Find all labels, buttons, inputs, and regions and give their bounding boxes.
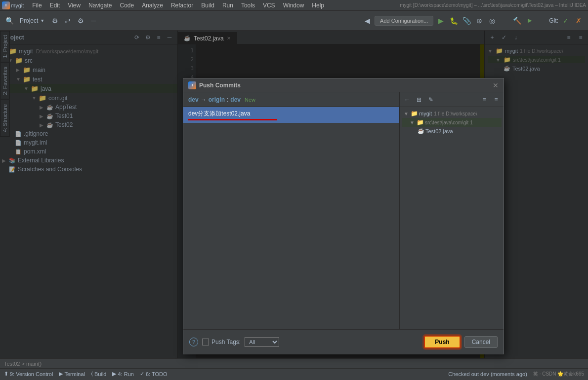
- project-label-text: Project: [20, 17, 38, 24]
- add-config-button[interactable]: Add Configuration...: [375, 16, 433, 26]
- right-toolbar-left: ← ⊞ ✎: [402, 94, 436, 105]
- run-icon2: ▶: [112, 371, 116, 377]
- breadcrumb-bar: Test02 > main(): [0, 358, 588, 368]
- dialog-right-files: ▼ 📁 mygit 1 file D:\workspace\ ▼ 📁 src\t…: [400, 107, 504, 329]
- attach-icon[interactable]: 📎: [461, 15, 472, 26]
- push-button[interactable]: Push: [424, 336, 460, 348]
- back-icon[interactable]: ◀: [362, 15, 373, 26]
- menu-edit[interactable]: Edit: [46, 1, 64, 10]
- settings-icon[interactable]: ⚙: [49, 15, 60, 26]
- menu-refactor[interactable]: Refactor: [168, 1, 197, 10]
- right-file-item[interactable]: ☕ Test02.java: [402, 127, 502, 135]
- menu-run[interactable]: Run: [219, 1, 237, 10]
- build-icon[interactable]: 🔨: [511, 15, 522, 26]
- red-underline-annotation: [188, 119, 277, 120]
- right-mygit-label2: mygit: [419, 111, 432, 116]
- arrow-icon: ▼: [410, 120, 416, 125]
- dialog-close-button[interactable]: ✕: [492, 81, 500, 89]
- menu-build[interactable]: Build: [198, 1, 218, 10]
- folder-icon: 📁: [411, 110, 418, 117]
- grid-icon[interactable]: ⊞: [414, 94, 424, 105]
- help-button[interactable]: ?: [189, 338, 198, 346]
- profiler-icon[interactable]: ◎: [487, 15, 498, 26]
- x-icon[interactable]: ✗: [573, 15, 584, 26]
- branch-new-badge: New: [245, 97, 255, 103]
- edit-icon[interactable]: ✎: [425, 94, 436, 105]
- push-commits-dialog: I Push Commits ✕ dev → origin : dev New …: [183, 78, 504, 354]
- build-icon2: ⟨: [91, 371, 93, 377]
- terminal-label: Terminal: [64, 371, 85, 377]
- push-tags-checkbox[interactable]: [202, 339, 209, 345]
- window-label: mygit: [11, 2, 24, 8]
- run2-icon[interactable]: ▶: [524, 15, 535, 26]
- arrow-icon: ▼: [404, 111, 410, 116]
- menu-window[interactable]: Window: [280, 1, 308, 10]
- run-label: 4: Run: [118, 371, 133, 377]
- dialog-branch-bar: dev → origin : dev New: [183, 92, 399, 107]
- branch-arrow-icon: →: [201, 96, 207, 103]
- dialog-title-text: Push Commits: [199, 82, 241, 89]
- dialog-title-bar: I Push Commits ✕: [183, 78, 504, 92]
- terminal-icon: ▶: [59, 371, 63, 377]
- intellij-logo: I: [188, 81, 196, 89]
- checkmark-icon[interactable]: ✓: [560, 15, 571, 26]
- right-filename: Test02.java: [425, 128, 453, 134]
- branch-to: dev: [230, 96, 241, 103]
- bottom-bar: ⬆ 9: Version Control ▶ Terminal ⟨ Build …: [0, 368, 588, 379]
- branch-colon: :: [227, 96, 228, 103]
- todo-icon: ✓: [140, 371, 144, 377]
- run-icon[interactable]: ▶: [435, 15, 446, 26]
- run-tab[interactable]: ▶ 4: Run: [112, 371, 133, 377]
- commit-item[interactable]: dev分支添加test02.java: [183, 107, 399, 123]
- debug-icon[interactable]: 🐛: [448, 15, 459, 26]
- menu-code[interactable]: Code: [116, 1, 137, 10]
- cancel-button[interactable]: Cancel: [464, 336, 498, 348]
- dialog-commits-panel: dev → origin : dev New dev分支添加test02.jav…: [183, 92, 400, 329]
- search-icon[interactable]: 🔍: [4, 15, 15, 26]
- menu-file[interactable]: File: [29, 1, 45, 10]
- right-file-count2: 1 file D:\workspace\: [434, 111, 477, 116]
- title-bar: mygit [D:\workspace\demo\mygit] – ...\sr…: [400, 2, 586, 8]
- watermark: 英 · CSDN 🌟黄金k665: [533, 371, 584, 378]
- dialog-files-panel: ← ⊞ ✎ ≡ ≡ ▼ 📁 mygit 1 file D:\workspace\: [400, 92, 504, 329]
- build-label: Build: [94, 371, 106, 377]
- minimize-icon[interactable]: ─: [88, 15, 99, 26]
- main-area: Project ⟳ ⚙ ≡ ─ ▼ 📁 mygit D:\workspace\d…: [0, 31, 588, 358]
- terminal-tab[interactable]: ▶ Terminal: [59, 371, 85, 377]
- gear-icon[interactable]: ⚙: [75, 15, 86, 26]
- status-checkout: Checked out dev (moments ago): [448, 371, 527, 377]
- menu-tools[interactable]: Tools: [238, 1, 258, 10]
- menu-help[interactable]: Help: [308, 1, 328, 10]
- right-path-label: src\test\java\com\git 1: [425, 120, 473, 125]
- push-tags-section: Push Tags:: [202, 339, 241, 345]
- todo-tab[interactable]: ✓ 6: TODO: [140, 371, 168, 377]
- breadcrumb-text: Test02 > main(): [4, 361, 42, 367]
- chevron-down-icon: ▼: [40, 18, 44, 23]
- vc-icon: ⬆: [4, 371, 8, 377]
- branch-from: dev: [188, 96, 199, 103]
- menu-vcs[interactable]: VCS: [259, 1, 279, 10]
- back-arrow-icon[interactable]: ←: [402, 94, 413, 105]
- dialog-body: dev → origin : dev New dev分支添加test02.jav…: [183, 92, 504, 329]
- align-right2-icon[interactable]: ≡: [491, 94, 502, 105]
- menu-analyze[interactable]: Analyze: [138, 1, 167, 10]
- folder-icon: 📁: [417, 119, 424, 126]
- coverage-icon[interactable]: ⊕: [474, 15, 485, 26]
- menu-view[interactable]: View: [64, 1, 84, 10]
- push-tags-select[interactable]: All: [245, 337, 279, 347]
- right-toolbar-right: ≡ ≡: [479, 94, 502, 105]
- project-button[interactable]: Project ▼: [17, 16, 47, 26]
- align-left2-icon[interactable]: ≡: [479, 94, 490, 105]
- build-tab[interactable]: ⟨ Build: [91, 371, 106, 377]
- push-tags-label: Push Tags:: [211, 339, 241, 345]
- menu-bar: I mygit File Edit View Navigate Code Ana…: [0, 0, 588, 11]
- menu-navigate[interactable]: Navigate: [85, 1, 115, 10]
- diff-icon[interactable]: ⇄: [62, 15, 73, 26]
- version-control-tab[interactable]: ⬆ 9: Version Control: [4, 371, 53, 377]
- todo-label: 6: TODO: [146, 371, 168, 377]
- java-file-icon: ☕: [418, 128, 424, 134]
- commits-list: dev分支添加test02.java: [183, 107, 399, 329]
- toolbar: 🔍 Project ▼ ⚙ ⇄ ⚙ ─ ◀ Add Configuration.…: [0, 11, 588, 31]
- dialog-footer: ? Push Tags: All Push Cancel: [183, 329, 504, 354]
- commit-label: dev分支添加test02.java: [188, 110, 250, 117]
